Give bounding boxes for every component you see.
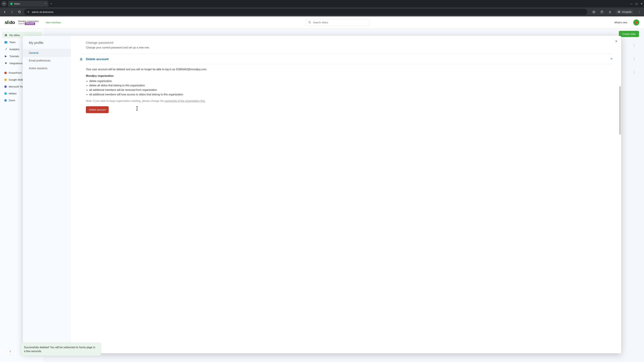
- svg-point-5: [308, 21, 310, 23]
- modal-tab-general[interactable]: General: [23, 49, 71, 57]
- powerpoint-icon: [4, 72, 7, 74]
- delete-bullet: delete organization: [89, 79, 613, 83]
- webex-icon: [4, 92, 7, 95]
- whats-new-link[interactable]: What's new: [614, 21, 627, 24]
- nav-back-button[interactable]: [2, 9, 8, 14]
- org-name: Moodjoy organization: [18, 20, 39, 22]
- delete-bullet: all additional members will be removed f…: [89, 88, 613, 92]
- modal-sidebar: My profile General Email preferences Act…: [23, 36, 71, 353]
- browser-tab-bar: s Slidos × + — ▢ ✕: [0, 0, 644, 7]
- delete-account-button[interactable]: Delete account: [86, 106, 109, 113]
- org-role: Owner: [18, 22, 24, 25]
- modal-title: My profile: [23, 41, 71, 49]
- change-password-title: Change password: [86, 41, 113, 44]
- svg-point-0: [28, 11, 28, 12]
- sidebar-item-label: Integrations: [10, 62, 22, 65]
- delete-note-prefix: Note: If you wish to keep organization e…: [86, 99, 165, 102]
- ownership-link[interactable]: ownership of the organization first.: [165, 99, 206, 102]
- modal-tab-sessions[interactable]: Active sessions: [23, 64, 71, 72]
- modal-close-button[interactable]: ×: [615, 39, 618, 43]
- sidebar-item-label: Team: [10, 41, 16, 43]
- analytics-icon: ↗: [4, 48, 8, 51]
- incognito-badge[interactable]: Incognito: [615, 9, 634, 14]
- chevron-down-icon: [3, 3, 5, 5]
- bookmark-icon[interactable]: [591, 9, 596, 14]
- list-item-menu-icon[interactable]: ⋮: [632, 57, 636, 61]
- delete-bullet: delete all slidos that belong to this or…: [89, 83, 613, 88]
- ms-teams-icon: [4, 85, 7, 88]
- tab-title: Slidos: [14, 2, 44, 5]
- list-item-menu-icon[interactable]: ⋮: [632, 70, 636, 74]
- url-text: admin.sli.do/events: [32, 10, 53, 13]
- profile-modal: My profile General Email preferences Act…: [23, 36, 621, 353]
- browser-menu-icon[interactable]: ⋮: [636, 9, 642, 14]
- sidebar-item-label: Analytics: [10, 48, 20, 51]
- incognito-icon: [618, 10, 621, 13]
- modal-content: × Change password Change your current pa…: [71, 36, 621, 353]
- modal-tab-email[interactable]: Email preferences: [23, 57, 71, 64]
- google-slides-icon: [4, 79, 7, 81]
- zoom-icon: [4, 99, 7, 102]
- org-info[interactable]: Moodjoy organization Owner UPGRADE: [18, 20, 39, 25]
- upgrade-badge[interactable]: UPGRADE: [25, 22, 35, 25]
- search-field[interactable]: [306, 19, 370, 26]
- text-cursor-icon: [137, 107, 137, 110]
- window-close-icon[interactable]: ✕: [641, 2, 643, 5]
- svg-rect-4: [602, 11, 602, 11]
- team-icon: 👥: [4, 40, 8, 43]
- nav-reload-button[interactable]: [17, 9, 22, 14]
- favicon-slido: s: [10, 2, 13, 5]
- site-settings-icon[interactable]: [26, 10, 30, 14]
- window-minimize-icon[interactable]: —: [630, 2, 632, 5]
- window-maximize-icon[interactable]: ▢: [636, 2, 638, 5]
- integrations-icon: ✚: [4, 62, 8, 65]
- delete-account-title[interactable]: Delete account: [86, 57, 608, 61]
- chevron-up-icon[interactable]: [610, 57, 613, 61]
- browser-address-bar: admin.sli.do/events Incognito ⋮: [0, 7, 644, 16]
- new-interface-link[interactable]: New interface: [46, 21, 61, 24]
- slido-logo[interactable]: slido: [5, 20, 15, 25]
- list-item-menu-icon[interactable]: ⋮: [632, 43, 636, 47]
- arrow-left-icon: [3, 10, 6, 13]
- arrow-right-icon: [10, 10, 14, 13]
- slidos-icon: ▦: [4, 33, 8, 36]
- integration-label: Webex: [9, 92, 16, 95]
- search-input[interactable]: [313, 21, 367, 24]
- reload-icon: [18, 10, 21, 13]
- svg-rect-3: [601, 11, 603, 13]
- integration-label: Zoom: [9, 99, 15, 102]
- svg-point-1: [28, 12, 29, 12]
- user-avatar[interactable]: [633, 19, 639, 25]
- tab-close-icon[interactable]: ×: [45, 2, 46, 5]
- search-icon: [308, 21, 311, 24]
- tabs-dropdown[interactable]: [1, 1, 7, 6]
- delete-org-heading: Moodjoy organization: [86, 74, 613, 78]
- toast-text: Successfully deleted! You will be redire…: [24, 346, 95, 353]
- create-slido-button[interactable]: Create slido: [619, 31, 639, 37]
- tutorials-icon: ▶: [4, 55, 8, 58]
- change-password-subtitle: Change your current password and set up …: [86, 45, 613, 50]
- delete-bullet-list: delete organization delete all slidos th…: [89, 79, 613, 97]
- delete-intro-text: Your user account will be deleted and yo…: [86, 67, 613, 71]
- incognito-label: Incognito: [622, 10, 632, 13]
- app-header: slido Moodjoy organization Owner UPGRADE…: [0, 16, 644, 28]
- sidebar-item-label: My slidos: [10, 34, 20, 36]
- svg-point-2: [28, 12, 28, 13]
- delete-icon: [79, 57, 83, 61]
- success-toast: Successfully deleted! You will be redire…: [20, 343, 101, 356]
- delete-bullet: all additional members will lose access …: [89, 92, 613, 97]
- integration-label: PowerPoint: [9, 71, 22, 74]
- new-tab-button[interactable]: +: [50, 2, 52, 5]
- integration-label: Google Slides: [9, 78, 24, 81]
- scrollbar-thumb[interactable]: [619, 86, 621, 135]
- sidebar-item-label: Tutorials: [10, 55, 19, 58]
- nav-forward-button: [10, 9, 15, 14]
- downloads-icon[interactable]: [607, 9, 613, 14]
- browser-tab[interactable]: s Slidos ×: [8, 1, 48, 7]
- help-button[interactable]: ?: [7, 349, 13, 355]
- url-field[interactable]: admin.sli.do/events: [24, 9, 587, 15]
- extensions-icon[interactable]: [599, 9, 604, 14]
- delete-note: Note: If you wish to keep organization e…: [86, 99, 613, 103]
